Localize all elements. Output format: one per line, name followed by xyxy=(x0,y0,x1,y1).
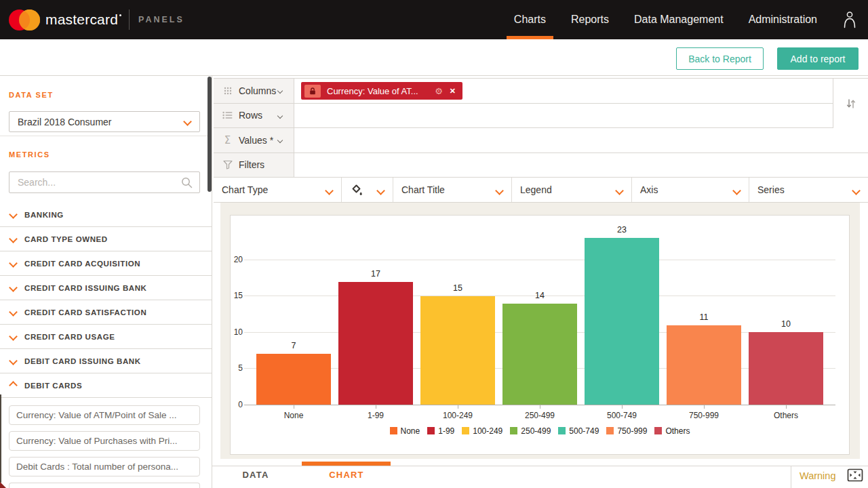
category-debit-card-issuing-bank[interactable]: DEBIT CARD ISSUING BANK xyxy=(0,349,212,373)
chevron-down-icon xyxy=(183,117,192,126)
series-dropdown[interactable]: Series xyxy=(749,178,868,202)
values-drop-zone[interactable] xyxy=(294,128,868,153)
metric-chip[interactable]: Currency: Value of Purchases with Pri... xyxy=(9,431,200,451)
rows-dropdown[interactable]: Rows xyxy=(214,104,294,129)
chevron-down-icon xyxy=(277,113,283,118)
brand-text: mastercard xyxy=(45,12,118,27)
legend-item: Others xyxy=(654,426,690,436)
bottom-tab-bar: DATA CHART Warning xyxy=(212,459,868,488)
y-tick-label: 5 xyxy=(228,363,243,373)
app-root: mastercard PANELS Charts Reports Data Ma… xyxy=(0,0,868,488)
rows-drop-zone[interactable] xyxy=(294,104,868,129)
product-name: PANELS xyxy=(138,15,184,24)
metric-chip[interactable]: Currency: Value of ATM/Point of Sale ... xyxy=(9,405,200,425)
bar xyxy=(502,304,577,405)
chevron-down-icon xyxy=(325,186,334,195)
category-credit-card-usage[interactable]: CREDIT CARD USAGE xyxy=(0,325,212,349)
metric-chip[interactable]: Debit Cards : Total number of persona... xyxy=(9,457,200,476)
y-tick-label: 20 xyxy=(228,255,243,264)
chart-title-dropdown[interactable]: Chart Title xyxy=(393,178,512,202)
columns-icon xyxy=(221,87,234,95)
legend-swatch xyxy=(462,427,469,434)
legend-label: None xyxy=(401,426,420,436)
search-icon xyxy=(181,177,193,188)
legend-item: 500-749 xyxy=(558,426,599,436)
bar-value-label: 17 xyxy=(338,269,413,279)
legend-label: 750-999 xyxy=(617,426,647,436)
sigma-icon: Σ xyxy=(221,134,234,146)
pill-settings-gear-icon[interactable]: ⚙ xyxy=(435,86,443,96)
gridline xyxy=(244,260,835,260)
swap-axes-button[interactable] xyxy=(833,79,868,128)
filters-label[interactable]: Filters xyxy=(214,153,294,178)
filter-funnel-icon xyxy=(221,160,234,169)
nav-data-management[interactable]: Data Management xyxy=(634,0,724,39)
x-axis-label: 100-249 xyxy=(417,411,498,420)
brand-wordmark: mastercard xyxy=(45,12,121,28)
tab-chart[interactable]: CHART xyxy=(318,470,375,480)
metric-chip-partial[interactable] xyxy=(9,483,200,488)
nav-administration[interactable]: Administration xyxy=(749,0,817,39)
legend-swatch xyxy=(654,427,662,434)
columns-drop-zone[interactable]: Currency: Value of AT... ⚙ ✕ xyxy=(294,79,868,104)
dataset-select-value: Brazil 2018 Consumer xyxy=(18,117,112,127)
metrics-search-input[interactable] xyxy=(9,172,199,192)
orange-circle-overlap xyxy=(19,9,40,30)
action-bar: Back to Report Add to report xyxy=(0,39,868,76)
fit-to-screen-icon[interactable] xyxy=(847,468,863,485)
y-tick-label: 10 xyxy=(228,327,243,337)
pivot-row-rows: Rows xyxy=(214,104,868,129)
dataset-select[interactable]: Brazil 2018 Consumer xyxy=(9,111,200,132)
axis-dropdown[interactable]: Axis xyxy=(632,178,749,202)
chevron-down-icon xyxy=(277,138,283,143)
bar xyxy=(667,325,741,405)
x-axis-tick xyxy=(786,405,787,409)
filters-drop-zone[interactable] xyxy=(294,153,868,178)
category-credit-card-satisfaction[interactable]: CREDIT CARD SATISFACTION xyxy=(0,300,212,325)
currency-dimension-pill[interactable]: Currency: Value of AT... ⚙ ✕ xyxy=(301,82,462,100)
x-axis-label: 250-499 xyxy=(499,411,580,420)
x-axis-label: None xyxy=(253,411,334,420)
chart-type-dropdown[interactable]: Chart Type xyxy=(214,178,342,202)
sidebar-scrollbar-thumb[interactable] xyxy=(208,77,212,192)
user-profile-icon[interactable] xyxy=(842,11,857,28)
category-credit-card-issuing-bank[interactable]: CREDIT CARD ISSUING BANK xyxy=(0,276,212,300)
nav-charts[interactable]: Charts xyxy=(514,0,546,39)
columns-dropdown[interactable]: Columns xyxy=(214,79,294,104)
category-card-type-owned[interactable]: CARD TYPE OWNED xyxy=(0,227,212,251)
x-axis-tick xyxy=(458,405,458,409)
legend-label: 500-749 xyxy=(569,426,599,436)
category-banking[interactable]: BANKING xyxy=(0,203,212,227)
bar xyxy=(585,238,659,405)
legend-label: 250-499 xyxy=(521,426,551,436)
pivot-config-grid: Columns Currency: Value of AT... ⚙ ✕ xyxy=(214,78,868,178)
chevron-down-icon xyxy=(732,186,741,195)
legend-item: 250-499 xyxy=(510,426,551,436)
legend-label: 100-249 xyxy=(473,426,502,436)
main-nav: Charts Reports Data Management Administr… xyxy=(514,0,857,39)
bar-value-label: 14 xyxy=(502,291,577,300)
legend-item: None xyxy=(390,426,420,436)
sidebar: DATA SET Brazil 2018 Consumer METRICS BA… xyxy=(0,76,212,488)
tab-data[interactable]: DATA xyxy=(235,470,276,480)
category-credit-card-acquisition[interactable]: CREDIT CARD ACQUISITION xyxy=(0,251,212,276)
x-axis-label: Others xyxy=(745,411,827,420)
status-divider xyxy=(791,466,791,488)
bar-value-label: 23 xyxy=(585,225,659,235)
warning-status[interactable]: Warning xyxy=(800,470,835,481)
color-palette-dropdown[interactable] xyxy=(342,178,393,202)
bar xyxy=(749,332,823,405)
pill-remove-icon[interactable]: ✕ xyxy=(450,87,456,96)
x-axis-tick xyxy=(622,405,623,409)
values-dropdown[interactable]: Σ Values * xyxy=(214,128,294,153)
pivot-row-filters: Filters xyxy=(214,153,868,178)
nav-reports[interactable]: Reports xyxy=(571,0,609,39)
add-to-report-button[interactable]: Add to report xyxy=(777,47,859,70)
category-debit-cards[interactable]: DEBIT CARDS xyxy=(0,373,212,398)
metrics-section-label: METRICS xyxy=(9,150,50,159)
back-to-report-button[interactable]: Back to Report xyxy=(676,47,764,70)
legend-swatch xyxy=(510,427,517,434)
legend-dropdown[interactable]: Legend xyxy=(512,178,632,202)
chevron-down-icon xyxy=(277,88,283,94)
bar xyxy=(256,354,331,405)
